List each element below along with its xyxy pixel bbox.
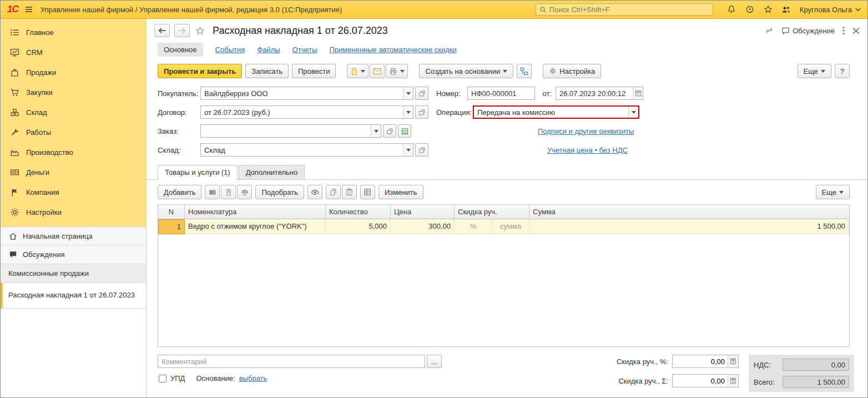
accounting-price-link[interactable]: Учетная цена • без НДС (547, 146, 628, 154)
attach-file-button[interactable] (347, 64, 369, 78)
forward-button[interactable] (174, 24, 190, 37)
grid-row[interactable]: 1 Ведро с отжимом круглое ("YORK") 5,000… (158, 219, 849, 234)
sidebar-item-money[interactable]: Деньги (1, 162, 146, 182)
help-button[interactable]: ? (835, 64, 850, 78)
contract-dropdown-button[interactable] (403, 106, 413, 118)
tab-events[interactable]: События (215, 46, 245, 54)
hamburger-menu-icon[interactable] (24, 4, 34, 14)
barcode-button[interactable] (205, 185, 220, 199)
sidebar-item-crm[interactable]: CRM (1, 42, 146, 62)
get-link-icon[interactable] (765, 26, 774, 35)
send-email-button[interactable] (370, 64, 385, 78)
sidebar-item-purchases[interactable]: Закупки (1, 82, 146, 102)
column-header-discount[interactable]: Скидка руч. (455, 205, 529, 219)
cell-sum[interactable]: 1 500,00 (529, 219, 849, 234)
basis-select-link[interactable]: выбрать (239, 374, 268, 382)
operation-dropdown-button[interactable] (628, 107, 638, 118)
cell-nomenclature[interactable]: Ведро с отжимом круглое ("YORK") (185, 219, 326, 234)
column-header-price[interactable]: Цена (391, 205, 455, 219)
preview-button[interactable] (307, 185, 322, 199)
buyer-input[interactable] (201, 89, 403, 98)
contract-open-button[interactable] (415, 105, 428, 119)
warehouse-open-button[interactable] (415, 143, 428, 157)
related-documents-button[interactable] (517, 64, 532, 78)
column-header-sum[interactable]: Сумма (529, 205, 849, 219)
contract-input[interactable] (201, 108, 403, 117)
number-input[interactable] (467, 87, 535, 100)
close-icon[interactable] (852, 27, 860, 34)
column-header-nomenclature[interactable]: Номенклатура (185, 205, 326, 219)
buyer-open-button[interactable] (415, 87, 428, 100)
warehouse-input[interactable] (201, 146, 403, 154)
copy-rows-button[interactable] (326, 185, 341, 199)
comment-more-button[interactable]: ... (427, 355, 442, 368)
sidebar-item-sales[interactable]: Продажи (1, 62, 146, 82)
scales-button[interactable] (237, 185, 252, 199)
create-on-basis-button[interactable]: Создать на основании (419, 64, 513, 78)
sidebar-item-home[interactable]: Начальная страница (1, 226, 146, 245)
date-input[interactable] (556, 89, 633, 98)
comment-input[interactable] (158, 355, 425, 368)
search-input[interactable] (549, 6, 709, 14)
cell-discount-sum[interactable]: сумма (492, 219, 529, 234)
post-and-close-button[interactable]: Провести и закрыть (158, 64, 242, 78)
warehouse-dropdown-button[interactable] (403, 144, 413, 156)
tab-goods-services[interactable]: Товары и услуги (1) (158, 165, 238, 180)
discussion-button[interactable]: Обсуждение (781, 27, 835, 35)
tab-main[interactable]: Основное (158, 43, 203, 57)
spreadsheet-button[interactable] (360, 185, 375, 199)
users-icon[interactable] (781, 4, 791, 14)
sidebar-item-works[interactable]: Работы (1, 122, 146, 142)
sidebar-item-warehouse[interactable]: Склад (1, 102, 146, 122)
operation-input[interactable] (474, 108, 628, 117)
buyer-dropdown-button[interactable] (403, 87, 413, 99)
favorites-star-icon[interactable] (763, 4, 773, 14)
upd-checkbox[interactable] (159, 375, 166, 382)
sidebar-item-production[interactable]: Производство (1, 142, 146, 162)
discount-percent-input[interactable] (673, 355, 728, 367)
settings-button[interactable]: Настройка (543, 64, 601, 78)
calendar-icon[interactable] (633, 87, 643, 99)
paste-rows-button[interactable] (342, 185, 357, 199)
tab-reports[interactable]: Отчеты (292, 46, 317, 54)
sidebar-item-commission-sales[interactable]: Комиссионные продажи (1, 264, 146, 283)
tab-additional[interactable]: Дополнительно (239, 165, 305, 179)
tab-files[interactable]: Файлы (257, 46, 280, 54)
tab-auto-discounts[interactable]: Примененные автоматические скидки (330, 46, 457, 54)
sidebar-item-settings[interactable]: Настройки (1, 202, 146, 222)
more-button[interactable]: Еще (798, 64, 831, 78)
cell-discount-percent[interactable]: % (455, 219, 492, 234)
data-terminal-button[interactable] (221, 185, 236, 199)
discount-sum-input[interactable] (673, 375, 728, 387)
notifications-bell-icon[interactable] (726, 4, 736, 14)
signatures-link[interactable]: Подписи и другие реквизиты (538, 127, 634, 135)
cell-price[interactable]: 300,00 (391, 219, 455, 234)
global-search[interactable] (536, 3, 713, 16)
order-dropdown-button[interactable] (371, 125, 381, 137)
more-dots-icon[interactable] (842, 26, 845, 35)
current-user-menu[interactable]: Круглова Ольга (800, 6, 861, 14)
order-list-button[interactable] (398, 124, 411, 138)
grid-more-button[interactable]: Еще (816, 185, 850, 199)
cell-quantity[interactable]: 5,000 (326, 219, 391, 234)
back-button[interactable] (154, 24, 170, 37)
column-header-quantity[interactable]: Количество (326, 205, 391, 219)
post-button[interactable]: Провести (292, 64, 336, 78)
column-header-n[interactable]: N (158, 205, 185, 219)
sidebar-item-company[interactable]: Компания (1, 182, 146, 202)
add-row-button[interactable]: Добавить (158, 185, 201, 199)
print-button[interactable] (386, 64, 408, 78)
calculator-icon[interactable] (728, 375, 738, 387)
pick-items-button[interactable]: Подобрать (255, 185, 304, 199)
sidebar-item-main[interactable]: Главное (1, 22, 146, 42)
history-clock-icon[interactable] (745, 4, 755, 14)
calculator-icon[interactable] (728, 355, 738, 367)
favorite-star-icon[interactable] (195, 26, 205, 36)
write-button[interactable]: Записать (245, 64, 289, 78)
sidebar-item-discussions[interactable]: Обсуждения (1, 245, 146, 264)
change-rows-button[interactable]: Изменить (379, 185, 423, 199)
order-open-button[interactable] (383, 124, 396, 138)
cell-row-number[interactable]: 1 (158, 219, 185, 234)
order-input[interactable] (201, 127, 371, 135)
sidebar-item-current-document[interactable]: Расходная накладная 1 от 26.07.2023 (1, 283, 146, 309)
